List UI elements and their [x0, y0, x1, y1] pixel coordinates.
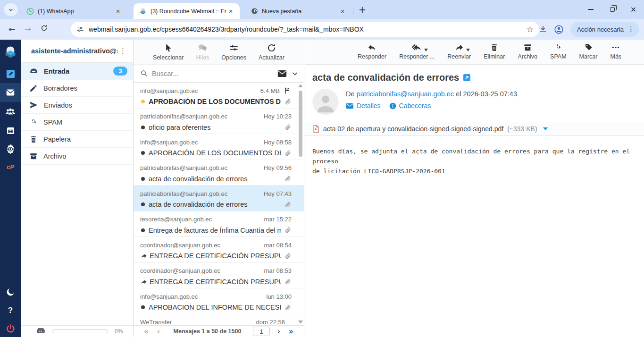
attachment-paperclip-icon: [284, 226, 292, 234]
reload-button[interactable]: [36, 24, 52, 34]
headers-toggle[interactable]: Cabeceras: [389, 102, 431, 110]
message-row[interactable]: coordinador@sanjuan.gob.ecmar 08:53 ENTR…: [134, 263, 304, 289]
cpanel-link[interactable]: cP: [0, 159, 21, 175]
first-page-button[interactable]: «: [140, 327, 152, 336]
attachment-name[interactable]: acta 02 de apertura y convalidacion-sign…: [323, 125, 503, 133]
reply-all-button[interactable]: Responder ...: [399, 43, 435, 60]
reply-button[interactable]: Responder: [358, 43, 386, 60]
forward-button[interactable]: →: [20, 25, 36, 34]
scrollbar-thumb[interactable]: [299, 91, 302, 157]
prev-page-button[interactable]: ‹: [152, 327, 165, 336]
message-row[interactable]: coordinador@sanjuan.gob.ecmar 08:54 ENTR…: [134, 237, 304, 263]
page-number-input[interactable]: 1: [253, 327, 270, 336]
back-button[interactable]: ←: [4, 25, 20, 34]
chevron-down-icon: [8, 7, 14, 13]
ellipsis-icon: [611, 43, 620, 52]
sent-plane-icon: [29, 101, 38, 110]
account-menu-icon[interactable]: ⋮: [117, 47, 128, 55]
scrollbar-down-arrow[interactable]: [298, 320, 303, 324]
forward-button[interactable]: Reenviar: [447, 43, 471, 60]
calendar-icon: [6, 126, 16, 135]
open-in-new-window-icon[interactable]: [463, 74, 471, 82]
sender-email-link[interactable]: patriciabonifas@sanjuan.gob.ec: [357, 90, 454, 98]
refresh-icon: [267, 43, 276, 53]
contacts-nav-button[interactable]: [0, 102, 21, 121]
site-settings-icon[interactable]: [76, 25, 84, 33]
download-icon[interactable]: [539, 25, 547, 34]
refresh-button[interactable]: Actualizar: [259, 43, 284, 61]
message-row[interactable]: WeTransferdom 22:56: [134, 314, 304, 326]
message-row[interactable]: info@sanjuan.gob.eclun 13:00 APROBACION …: [134, 288, 304, 314]
spam-button[interactable]: SPAM: [550, 43, 567, 60]
restore-button[interactable]: [602, 0, 623, 19]
list-scrollbar[interactable]: [298, 84, 303, 324]
folder-archivo[interactable]: Archivo: [21, 148, 133, 165]
tab-search-button[interactable]: [4, 3, 18, 16]
tab-close-icon[interactable]: ×: [338, 7, 347, 16]
profile-icon[interactable]: [554, 25, 564, 34]
message-row[interactable]: patriciabonifas@sanjuan.gob.ecHoy 10:23 …: [134, 109, 304, 135]
account-header[interactable]: asistente-administrativo@sa... ⋮: [21, 40, 133, 63]
new-tab-button[interactable]: +: [356, 4, 368, 15]
search-scope-mail-icon[interactable]: [277, 70, 287, 77]
pagination-bar: « ‹ Mensajes 1 a 50 de 1500 1 › »: [134, 325, 304, 337]
logout-button[interactable]: [0, 320, 21, 337]
delete-button[interactable]: Eliminar: [484, 43, 505, 60]
threads-button[interactable]: Hilos: [196, 43, 209, 61]
archive-icon: [523, 43, 532, 52]
search-input[interactable]: [152, 70, 277, 77]
roundcube-app: cP ? asistente-administrativo@sa... ⋮ En…: [0, 40, 644, 337]
folder-borradores[interactable]: Borradores: [21, 80, 133, 97]
message-row-selected[interactable]: patriciabonifas@sanjuan.gob.ecHoy 07:43 …: [134, 185, 304, 211]
address-bar[interactable]: webmail.sanjuan.gob.ec/cpsess6640264923/…: [71, 22, 539, 37]
attachment-paperclip-icon: [284, 123, 292, 131]
bookmark-star-icon[interactable]: ☆: [527, 25, 534, 34]
action-necesaria-label: Acción necesaria: [577, 26, 624, 33]
search-options-chevron-icon[interactable]: [292, 70, 298, 77]
message-row[interactable]: tesoreria@sanjuan.gob.ecmar 15:22 Entreg…: [134, 211, 304, 237]
more-button[interactable]: Más: [610, 43, 621, 60]
message-row[interactable]: info@sanjuan.gob.ec6.4 MB APROBACIÓN DE …: [134, 83, 304, 109]
tab-close-icon[interactable]: ×: [226, 7, 235, 16]
window-controls: ✕: [580, 0, 644, 19]
calendar-nav-button[interactable]: [0, 121, 21, 140]
close-window-button[interactable]: ✕: [623, 0, 644, 19]
browser-menu-icon[interactable]: ⋮: [626, 25, 636, 34]
scrollbar-up-arrow[interactable]: [298, 84, 303, 87]
last-page-button[interactable]: »: [285, 327, 297, 336]
mark-button[interactable]: Marcar: [579, 43, 598, 60]
select-button[interactable]: Seleccionar: [153, 43, 184, 61]
folder-spam[interactable]: SPAM: [21, 114, 133, 131]
folder-papelera[interactable]: Papelera: [21, 131, 133, 148]
tab-whatsapp[interactable]: (1) WhatsApp ×: [21, 3, 127, 19]
message-row[interactable]: info@sanjuan.gob.ecHoy 09:58 APROBACIÓN …: [134, 134, 304, 160]
help-button[interactable]: ?: [0, 301, 21, 320]
archive-icon: [29, 152, 38, 160]
action-necesaria-button[interactable]: Acción necesaria ⋮: [570, 22, 639, 37]
forward-caret-icon[interactable]: [466, 49, 470, 51]
tab-close-icon[interactable]: ×: [114, 7, 122, 16]
next-page-button[interactable]: ›: [273, 327, 285, 336]
folder-enviados[interactable]: Enviados: [21, 97, 133, 114]
options-button[interactable]: Opciones: [221, 43, 246, 61]
dark-mode-button[interactable]: [0, 282, 21, 301]
attachment-menu-caret-icon[interactable]: [543, 127, 548, 130]
reply-all-caret-icon[interactable]: [424, 49, 428, 51]
tab-label: Nueva pestaña: [262, 8, 338, 15]
tab-roundcube[interactable]: (3) Roundcube Webmail :: Entra ×: [134, 3, 240, 19]
tab-nueva-pestana[interactable]: Nueva pestaña ×: [245, 3, 351, 19]
reply-all-icon: [411, 43, 423, 52]
message-row[interactable]: patriciabonifas@sanjuan.gob.ecHoy 09:56 …: [134, 160, 304, 186]
minimize-button[interactable]: [580, 0, 602, 19]
attachment-row[interactable]: acta 02 de apertura y convalidacion-sign…: [305, 122, 644, 136]
forwarded-icon: [140, 278, 148, 285]
details-toggle[interactable]: Detalles: [346, 102, 381, 110]
settings-nav-button[interactable]: [0, 140, 21, 159]
archive-button[interactable]: Archivo: [518, 43, 537, 60]
compose-button[interactable]: [0, 64, 21, 83]
drafts-pencil-icon: [29, 84, 38, 93]
search-bar: [134, 65, 304, 83]
folder-entrada[interactable]: Entrada 3: [21, 63, 133, 80]
mail-nav-button[interactable]: [0, 83, 21, 102]
url-text[interactable]: webmail.sanjuan.gob.ec/cpsess6640264923/…: [89, 25, 527, 33]
